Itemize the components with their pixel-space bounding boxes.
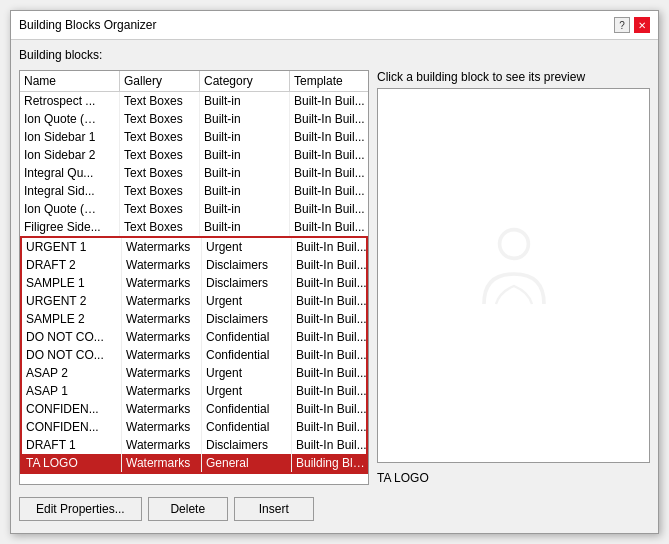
table-cell-category: General [202, 454, 292, 472]
table-cell-gallery: Text Boxes [120, 182, 200, 200]
delete-button[interactable]: Delete [148, 497, 228, 521]
table-cell-name: SAMPLE 1 [22, 274, 122, 292]
section-label: Building blocks: [19, 48, 650, 62]
col-category: Category [200, 71, 290, 91]
table-cell-gallery: Text Boxes [120, 164, 200, 182]
table-cell-category: Confidential [202, 328, 292, 346]
table-cell-gallery: Watermarks [122, 382, 202, 400]
table-row[interactable]: URGENT 1WatermarksUrgentBuilt-In Buil... [20, 236, 368, 256]
dialog-title: Building Blocks Organizer [19, 18, 156, 32]
table-cell-name: TA LOGO [22, 454, 122, 472]
table-cell-category: Urgent [202, 364, 292, 382]
table-cell-gallery: Watermarks [122, 256, 202, 274]
table-cell-name: Ion Sidebar 1 [20, 128, 120, 146]
table-cell-category: Urgent [202, 292, 292, 310]
table-cell-template: Built-In Buil... [292, 418, 368, 436]
table-cell-name: Integral Qu... [20, 164, 120, 182]
table-cell-template: Built-In Buil... [292, 238, 368, 256]
table-row[interactable]: Ion Sidebar 1Text BoxesBuilt-inBuilt-In … [20, 128, 368, 146]
table-cell-gallery: Watermarks [122, 454, 202, 472]
col-name: Name [20, 71, 120, 91]
table-cell-template: Built-In Buil... [290, 146, 368, 164]
table-cell-template: Built-In Buil... [290, 218, 368, 236]
table-row[interactable]: Ion Sidebar 2Text BoxesBuilt-inBuilt-In … [20, 146, 368, 164]
left-panel: Name Gallery Category Template Retrospec… [19, 70, 369, 485]
table-row[interactable]: Retrospect ...Text BoxesBuilt-inBuilt-In… [20, 92, 368, 110]
bottom-bar: Edit Properties... Delete Insert [19, 491, 650, 525]
table-cell-category: Built-in [200, 92, 290, 110]
table-cell-category: Disclaimers [202, 310, 292, 328]
table-cell-name: ASAP 1 [22, 382, 122, 400]
table-cell-gallery: Watermarks [122, 292, 202, 310]
table-cell-category: Built-in [200, 164, 290, 182]
table-cell-gallery: Watermarks [122, 346, 202, 364]
table-cell-category: Urgent [202, 238, 292, 256]
edit-properties-button[interactable]: Edit Properties... [19, 497, 142, 521]
table-cell-category: Built-in [200, 110, 290, 128]
table-row[interactable]: SAMPLE 1WatermarksDisclaimersBuilt-In Bu… [20, 274, 368, 292]
content-area: Name Gallery Category Template Retrospec… [19, 70, 650, 485]
table-cell-category: Built-in [200, 128, 290, 146]
table-cell-template: Built-In Buil... [292, 256, 368, 274]
col-gallery: Gallery [120, 71, 200, 91]
svg-point-0 [499, 230, 528, 259]
table-cell-name: CONFIDEN... [22, 418, 122, 436]
table-container: Name Gallery Category Template Retrospec… [19, 70, 369, 485]
table-cell-category: Confidential [202, 418, 292, 436]
table-cell-name: SAMPLE 2 [22, 310, 122, 328]
title-bar: Building Blocks Organizer ? ✕ [11, 11, 658, 40]
col-template: Template [290, 71, 369, 91]
table-cell-category: Built-in [200, 146, 290, 164]
table-cell-template: Built-In Buil... [292, 310, 368, 328]
table-row[interactable]: Ion Quote (…Text BoxesBuilt-inBuilt-In B… [20, 200, 368, 218]
table-row[interactable]: DRAFT 1WatermarksDisclaimersBuilt-In Bui… [20, 436, 368, 454]
table-row[interactable]: SAMPLE 2WatermarksDisclaimersBuilt-In Bu… [20, 310, 368, 328]
table-row[interactable]: Integral Sid...Text BoxesBuilt-inBuilt-I… [20, 182, 368, 200]
table-row[interactable]: ASAP 1WatermarksUrgentBuilt-In Buil... [20, 382, 368, 400]
table-cell-category: Confidential [202, 346, 292, 364]
table-row[interactable]: TA LOGOWatermarksGeneralBuilding Blo... [20, 454, 368, 474]
table-cell-name: CONFIDEN... [22, 400, 122, 418]
help-button[interactable]: ? [614, 17, 630, 33]
table-header: Name Gallery Category Template [20, 71, 368, 92]
table-cell-template: Built-In Buil... [292, 328, 368, 346]
table-cell-name: DRAFT 2 [22, 256, 122, 274]
table-row[interactable]: Ion Quote (…Text BoxesBuilt-inBuilt-In B… [20, 110, 368, 128]
table-cell-name: Ion Sidebar 2 [20, 146, 120, 164]
table-cell-gallery: Text Boxes [120, 200, 200, 218]
table-cell-name: DRAFT 1 [22, 436, 122, 454]
table-body[interactable]: Retrospect ...Text BoxesBuilt-inBuilt-In… [20, 92, 368, 484]
table-row[interactable]: ASAP 2WatermarksUrgentBuilt-In Buil... [20, 364, 368, 382]
table-cell-name: DO NOT CO... [22, 346, 122, 364]
preview-hint: Click a building block to see its previe… [377, 70, 650, 84]
table-row[interactable]: Filigree Side...Text BoxesBuilt-inBuilt-… [20, 218, 368, 236]
insert-button[interactable]: Insert [234, 497, 314, 521]
table-cell-template: Building Blo... [292, 454, 368, 472]
table-cell-gallery: Watermarks [122, 436, 202, 454]
table-row[interactable]: CONFIDEN...WatermarksConfidentialBuilt-I… [20, 400, 368, 418]
table-cell-gallery: Watermarks [122, 310, 202, 328]
table-cell-template: Built-In Buil... [290, 128, 368, 146]
table-cell-template: Built-In Buil... [290, 164, 368, 182]
table-cell-gallery: Watermarks [122, 400, 202, 418]
preview-selected-label: TA LOGO [377, 471, 650, 485]
table-cell-gallery: Text Boxes [120, 92, 200, 110]
table-row[interactable]: DO NOT CO...WatermarksConfidentialBuilt-… [20, 346, 368, 364]
title-bar-controls: ? ✕ [614, 17, 650, 33]
table-cell-template: Built-In Buil... [292, 364, 368, 382]
table-row[interactable]: DO NOT CO...WatermarksConfidentialBuilt-… [20, 328, 368, 346]
table-cell-name: Ion Quote (… [20, 110, 120, 128]
table-cell-name: Integral Sid... [20, 182, 120, 200]
table-row[interactable]: CONFIDEN...WatermarksConfidentialBuilt-I… [20, 418, 368, 436]
table-cell-category: Built-in [200, 182, 290, 200]
table-cell-template: Built-In Buil... [292, 292, 368, 310]
right-panel: Click a building block to see its previe… [377, 70, 650, 485]
table-row[interactable]: Integral Qu...Text BoxesBuilt-inBuilt-In… [20, 164, 368, 182]
table-cell-template: Built-In Buil... [292, 382, 368, 400]
preview-box [377, 88, 650, 463]
table-cell-category: Disclaimers [202, 274, 292, 292]
table-row[interactable]: URGENT 2WatermarksUrgentBuilt-In Buil... [20, 292, 368, 310]
table-cell-gallery: Text Boxes [120, 218, 200, 236]
close-button[interactable]: ✕ [634, 17, 650, 33]
table-row[interactable]: DRAFT 2WatermarksDisclaimersBuilt-In Bui… [20, 256, 368, 274]
